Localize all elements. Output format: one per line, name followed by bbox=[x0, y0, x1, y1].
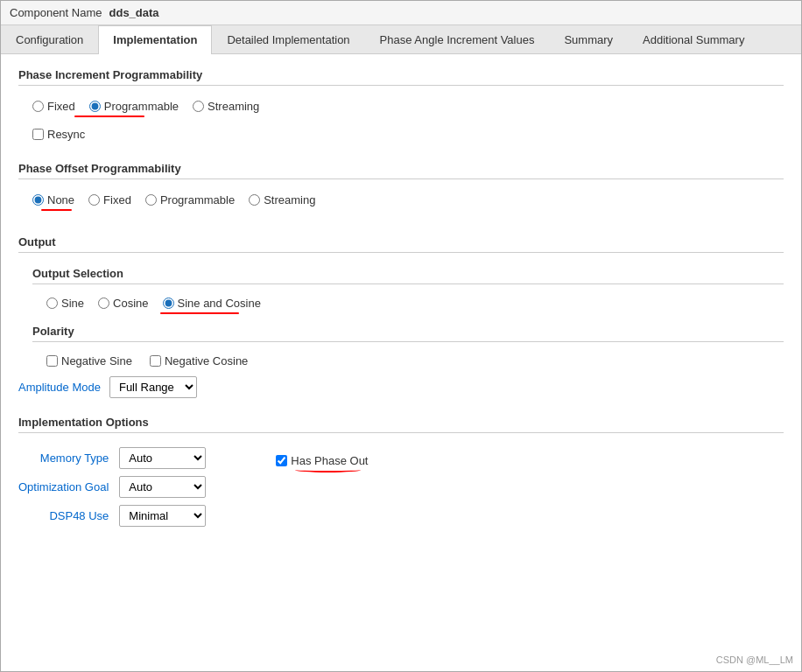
phase-offset-fixed-option[interactable]: Fixed bbox=[88, 193, 131, 206]
phase-increment-programmable-label: Programmable bbox=[104, 100, 179, 113]
watermark: CSDN @ML__LM bbox=[716, 654, 793, 665]
optimization-goal-select[interactable]: Auto Speed Area bbox=[119, 476, 206, 498]
implementation-options-title: Implementation Options bbox=[18, 416, 784, 433]
phase-offset-none-radio[interactable] bbox=[32, 194, 44, 206]
resync-label: Resync bbox=[47, 128, 85, 141]
implementation-options-section: Implementation Options Memory Type Auto … bbox=[18, 416, 784, 527]
resync-option[interactable]: Resync bbox=[32, 128, 784, 141]
output-cosine-label: Cosine bbox=[113, 297, 148, 310]
phase-increment-fixed-option[interactable]: Fixed bbox=[32, 100, 75, 113]
resync-checkbox[interactable] bbox=[32, 129, 44, 140]
dsp48-use-select[interactable]: Minimal Maximum None bbox=[119, 505, 206, 527]
output-sine-cosine-radio[interactable] bbox=[163, 298, 174, 309]
output-cosine-radio[interactable] bbox=[98, 298, 109, 309]
output-selection-radio-group: Sine Cosine Sine and Cosine bbox=[46, 297, 784, 310]
phase-increment-fixed-label: Fixed bbox=[47, 100, 75, 113]
phase-increment-fixed-radio[interactable] bbox=[32, 101, 44, 112]
resync-row: Resync bbox=[18, 124, 784, 144]
phase-offset-programmable-radio[interactable] bbox=[145, 194, 157, 206]
phase-increment-streaming-radio[interactable] bbox=[193, 101, 204, 112]
phase-offset-content: None Fixed Programmable Streaming bbox=[18, 186, 784, 218]
output-sine-cosine-option[interactable]: Sine and Cosine bbox=[163, 297, 261, 310]
impl-options-grid: Memory Type Auto Block RAM Distributed O… bbox=[18, 440, 206, 527]
phase-increment-radio-group: Fixed Programmable Streaming bbox=[32, 100, 784, 113]
phase-increment-programmable-radio[interactable] bbox=[89, 101, 101, 112]
has-phase-out-option[interactable]: Has Phase Out bbox=[276, 454, 368, 467]
optimization-goal-label: Optimization Goal bbox=[18, 480, 109, 494]
output-section: Output Output Selection Sine Cosine bbox=[18, 235, 784, 398]
tab-implementation[interactable]: Implementation bbox=[98, 25, 212, 54]
output-sine-label: Sine bbox=[61, 297, 84, 310]
phase-offset-fixed-label: Fixed bbox=[103, 193, 131, 206]
none-underline-po bbox=[41, 209, 72, 211]
output-selection-title: Output Selection bbox=[32, 267, 784, 284]
programmable-underline-pi bbox=[74, 116, 144, 117]
polarity-title: Polarity bbox=[32, 325, 784, 342]
main-window: Component Name dds_data Configuration Im… bbox=[0, 0, 802, 672]
tab-detailed-implementation[interactable]: Detailed Implementation bbox=[212, 25, 364, 53]
phase-offset-radio-group: None Fixed Programmable Streaming bbox=[32, 193, 784, 206]
output-selection-content: Sine Cosine Sine and Cosine bbox=[32, 290, 784, 314]
tabs-bar: Configuration Implementation Detailed Im… bbox=[1, 25, 801, 54]
has-phase-out-container: Has Phase Out bbox=[276, 440, 368, 527]
tab-phase-angle-increment-values[interactable]: Phase Angle Increment Values bbox=[365, 25, 550, 53]
phase-offset-streaming-option[interactable]: Streaming bbox=[249, 193, 315, 206]
output-sine-radio[interactable] bbox=[46, 298, 58, 309]
phase-offset-title: Phase Offset Programmability bbox=[18, 162, 784, 179]
component-name-label: Component Name bbox=[10, 6, 102, 19]
phase-increment-streaming-label: Streaming bbox=[208, 100, 259, 113]
has-phase-out-row: Has Phase Out bbox=[276, 454, 368, 467]
phase-increment-section: Phase Increment Programmability Fixed Pr… bbox=[18, 68, 784, 144]
impl-options-section: Memory Type Auto Block RAM Distributed O… bbox=[18, 440, 784, 527]
phase-increment-content: Fixed Programmable Streaming bbox=[18, 93, 784, 124]
content-area: Phase Increment Programmability Fixed Pr… bbox=[1, 54, 801, 558]
memory-type-label: Memory Type bbox=[18, 452, 109, 465]
polarity-checkbox-group: Negative Sine Negative Cosine bbox=[46, 354, 784, 368]
has-phase-out-label: Has Phase Out bbox=[291, 454, 368, 467]
dsp48-use-label: DSP48 Use bbox=[18, 509, 109, 522]
phase-offset-section: Phase Offset Programmability None Fixed … bbox=[18, 162, 784, 218]
phase-offset-none-label: None bbox=[47, 193, 74, 206]
output-sine-option[interactable]: Sine bbox=[46, 297, 84, 310]
phase-increment-streaming-option[interactable]: Streaming bbox=[193, 100, 259, 113]
tab-summary[interactable]: Summary bbox=[549, 25, 628, 53]
amplitude-mode-label: Amplitude Mode bbox=[18, 381, 101, 394]
memory-type-select[interactable]: Auto Block RAM Distributed bbox=[119, 447, 206, 469]
phase-offset-streaming-label: Streaming bbox=[264, 193, 315, 206]
output-selection-container: Output Selection Sine Cosine bbox=[18, 260, 784, 314]
phase-increment-programmable-option[interactable]: Programmable bbox=[89, 100, 179, 113]
phase-offset-programmable-label: Programmable bbox=[160, 193, 235, 206]
output-cosine-option[interactable]: Cosine bbox=[98, 297, 148, 310]
tab-additional-summary[interactable]: Additional Summary bbox=[628, 25, 759, 53]
has-phase-out-checkbox[interactable] bbox=[276, 455, 287, 466]
phase-offset-programmable-option[interactable]: Programmable bbox=[145, 193, 235, 206]
negative-sine-option[interactable]: Negative Sine bbox=[46, 354, 132, 368]
amplitude-mode-select[interactable]: Full Range Half Range bbox=[109, 376, 197, 398]
phase-offset-streaming-radio[interactable] bbox=[249, 194, 260, 206]
negative-cosine-checkbox[interactable] bbox=[150, 355, 161, 367]
phase-offset-fixed-radio[interactable] bbox=[88, 194, 100, 206]
negative-sine-checkbox[interactable] bbox=[46, 355, 58, 367]
has-phase-out-underline bbox=[295, 467, 361, 472]
phase-increment-title: Phase Increment Programmability bbox=[18, 68, 784, 86]
polarity-content: Negative Sine Negative Cosine bbox=[32, 347, 784, 368]
component-name-bar: Component Name dds_data bbox=[1, 1, 801, 25]
tab-configuration[interactable]: Configuration bbox=[1, 25, 98, 53]
negative-cosine-label: Negative Cosine bbox=[165, 354, 248, 368]
output-title: Output bbox=[18, 235, 784, 253]
phase-offset-none-option[interactable]: None bbox=[32, 193, 74, 206]
output-sine-cosine-label: Sine and Cosine bbox=[178, 297, 261, 310]
component-name-value: dds_data bbox=[109, 6, 159, 19]
polarity-container: Polarity Negative Sine Negative Cosine bbox=[18, 314, 784, 368]
negative-sine-label: Negative Sine bbox=[61, 354, 132, 368]
negative-cosine-option[interactable]: Negative Cosine bbox=[150, 354, 248, 368]
amplitude-mode-row: Amplitude Mode Full Range Half Range bbox=[18, 368, 784, 398]
